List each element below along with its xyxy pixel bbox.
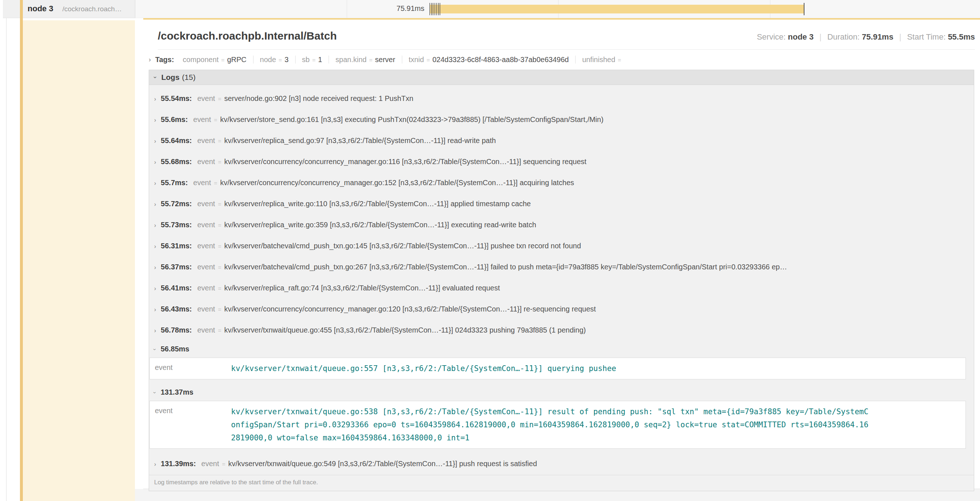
- log-field-value: kv/kvserver/batcheval/cmd_push_txn.go:14…: [224, 242, 581, 250]
- log-row-expanded-header[interactable]: ›56.85ms: [149, 340, 974, 357]
- equals-sign: =: [221, 57, 224, 63]
- log-row[interactable]: ›55.6ms:event=kv/kvserver/store_send.go:…: [149, 109, 974, 130]
- log-detail-table: event kv/kvserver/txnwait/queue.go:557 […: [150, 357, 966, 380]
- log-row[interactable]: ›56.31ms:event=kv/kvserver/batcheval/cmd…: [149, 235, 974, 256]
- logs-accordion-header[interactable]: › Logs (15): [149, 70, 974, 85]
- log-timestamp: 131.39ms:: [161, 460, 196, 467]
- tag-item: node=3: [253, 56, 295, 64]
- chevron-right-icon[interactable]: ›: [154, 299, 156, 319]
- chevron-right-icon[interactable]: ›: [154, 278, 156, 298]
- chevron-right-icon[interactable]: ›: [154, 454, 156, 474]
- log-field-value: kv/kvserver/txnwait/queue.go:549 [n3,s3,…: [228, 460, 537, 467]
- span-detail-header: /cockroach.roachpb.Internal/Batch Servic…: [158, 19, 975, 50]
- equals-sign: =: [426, 57, 430, 63]
- chevron-right-icon[interactable]: ›: [154, 236, 156, 256]
- span-detail-title: /cockroach.roachpb.Internal/Batch: [158, 30, 337, 42]
- meta-label: Service:: [757, 32, 786, 41]
- log-timestamp: 55.73ms:: [161, 221, 192, 229]
- log-field-key: event: [197, 94, 215, 102]
- log-timestamp: 55.6ms:: [161, 115, 188, 123]
- tag-key: unfinished: [582, 56, 615, 64]
- log-field-value: kv/kvserver/replica_raft.go:74 [n3,s3,r6…: [224, 284, 500, 292]
- chevron-down-icon[interactable]: ›: [146, 348, 164, 350]
- log-row[interactable]: ›55.7ms:event=kv/kvserver/concurrency/co…: [149, 172, 974, 193]
- chevron-right-icon[interactable]: ›: [149, 56, 151, 64]
- log-timestamp: 131.37ms: [161, 388, 193, 396]
- tag-item: span.kind=server: [329, 56, 402, 64]
- tag-list: component=gRPCnode=3sb=1span.kind=server…: [176, 56, 630, 64]
- chevron-right-icon[interactable]: ›: [154, 110, 156, 130]
- span-detail-panel: /cockroach.roachpb.Internal/Batch Servic…: [143, 18, 980, 489]
- log-row[interactable]: ›55.73ms:event=kv/kvserver/replica_write…: [149, 214, 974, 235]
- log-field-key: event: [197, 158, 215, 166]
- log-field-value: server/node.go:902 [n3] node received re…: [224, 94, 413, 102]
- log-timestamp: 55.72ms:: [161, 199, 192, 207]
- chevron-right-icon[interactable]: ›: [154, 152, 156, 172]
- log-field-key: event: [197, 137, 215, 145]
- log-field-key: event: [193, 179, 211, 187]
- log-row[interactable]: ›55.54ms:event=server/node.go:902 [n3] n…: [149, 88, 974, 109]
- log-field-key: event: [150, 362, 231, 372]
- tag-key: txnid: [409, 56, 424, 64]
- tag-item: txnid=024d3323-6c8f-4863-aa8b-37ab0e6349…: [402, 56, 575, 64]
- tags-accordion-header[interactable]: › Tags: component=gRPCnode=3sb=1span.kin…: [149, 50, 975, 68]
- meta-value: 75.91ms: [862, 32, 893, 41]
- chevron-right-icon[interactable]: ›: [154, 173, 156, 193]
- log-field-key: event: [197, 221, 215, 229]
- log-field-value: kv/kvserver/txnwait/queue.go:557 [n3,s3,…: [231, 362, 616, 375]
- chevron-down-icon[interactable]: ›: [152, 76, 159, 78]
- log-field-value: kv/kvserver/batcheval/cmd_push_txn.go:26…: [224, 263, 787, 271]
- log-field-key: event: [197, 242, 215, 250]
- equals-sign: =: [214, 180, 217, 186]
- log-field-value: kv/kvserver/replica_send.go:97 [n3,s3,r6…: [224, 137, 496, 145]
- log-row[interactable]: ›56.41ms:event=kv/kvserver/replica_raft.…: [149, 278, 974, 298]
- log-tick: [804, 3, 805, 15]
- tag-value: 3: [284, 56, 288, 64]
- log-row[interactable]: ›55.64ms:event=kv/kvserver/replica_send.…: [149, 130, 974, 151]
- log-timestamp: 55.68ms:: [161, 158, 192, 166]
- log-row[interactable]: ›55.68ms:event=kv/kvserver/concurrency/c…: [149, 151, 974, 172]
- log-row[interactable]: ›56.78ms:event=kv/kvserver/txnwait/queue…: [149, 319, 974, 340]
- equals-sign: =: [618, 57, 621, 63]
- equals-sign: =: [218, 327, 221, 333]
- meta-value: 55.5ms: [948, 32, 975, 41]
- log-tick: [433, 3, 433, 15]
- log-timestamp: 56.78ms:: [161, 326, 192, 334]
- meta-label: Duration:: [827, 32, 859, 41]
- log-row[interactable]: ›56.37ms:event=kv/kvserver/batcheval/cmd…: [149, 256, 974, 278]
- chevron-right-icon[interactable]: ›: [154, 131, 156, 151]
- log-row-expanded-header[interactable]: ›131.37ms: [149, 384, 974, 401]
- chevron-right-icon[interactable]: ›: [154, 194, 156, 214]
- log-field-value: kv/kvserver/txnwait/queue.go:538 [n3,s3,…: [231, 405, 869, 444]
- equals-sign: =: [218, 222, 221, 228]
- span-bar[interactable]: [430, 5, 804, 13]
- chevron-down-icon[interactable]: ›: [146, 392, 164, 394]
- tag-item: component=gRPC: [176, 56, 253, 64]
- log-timestamp: 56.43ms:: [161, 305, 192, 313]
- chevron-right-icon[interactable]: ›: [154, 257, 156, 278]
- equals-sign: =: [218, 286, 221, 292]
- tag-value: 1: [318, 56, 322, 64]
- log-field-value: kv/kvserver/replica_write.go:110 [n3,s3,…: [224, 199, 531, 207]
- equals-sign: =: [218, 96, 221, 102]
- row-divider-line: [6, 18, 6, 501]
- chevron-right-icon[interactable]: ›: [154, 320, 156, 340]
- meta-value: node 3: [788, 32, 813, 41]
- timeline-span-row[interactable]: › node 3 /cockroach.roach… 75.91ms: [0, 0, 980, 18]
- log-timestamp: 55.54ms:: [161, 94, 192, 102]
- log-field-key: event: [197, 305, 215, 313]
- log-field-value: kv/kvserver/store_send.go:161 [n3,s3] ex…: [220, 115, 603, 123]
- log-row[interactable]: ›56.43ms:event=kv/kvserver/concurrency/c…: [149, 298, 974, 319]
- log-timestamp: 56.31ms:: [161, 242, 192, 250]
- log-timestamp: 55.64ms:: [161, 137, 192, 145]
- log-timestamp: 56.85ms: [161, 345, 189, 353]
- logs-footer-note: Log timestamps are relative to the start…: [149, 475, 974, 491]
- log-field-value: kv/kvserver/concurrency/concurrency_mana…: [224, 305, 596, 313]
- equals-sign: =: [278, 57, 282, 63]
- tag-key: span.kind: [336, 56, 367, 64]
- log-row[interactable]: ›131.39ms:event=kv/kvserver/txnwait/queu…: [149, 453, 974, 474]
- chevron-right-icon[interactable]: ›: [154, 215, 156, 235]
- chevron-right-icon[interactable]: ›: [154, 89, 156, 109]
- equals-sign: =: [218, 159, 221, 165]
- log-row[interactable]: ›55.72ms:event=kv/kvserver/replica_write…: [149, 193, 974, 214]
